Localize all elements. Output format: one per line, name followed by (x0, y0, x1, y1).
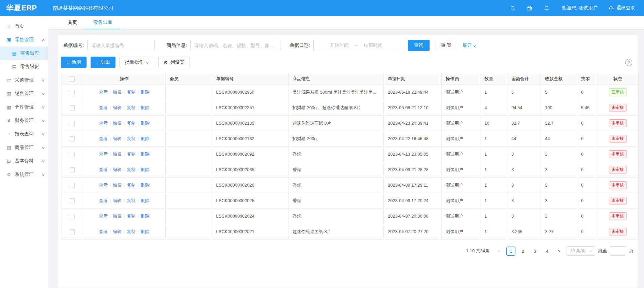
action-delete[interactable]: 删除 (141, 198, 149, 203)
page-button-3[interactable]: 3 (531, 247, 540, 256)
page-button-1[interactable]: 1 (506, 247, 515, 256)
action-view[interactable]: 查看 (99, 152, 108, 157)
column-settings-button[interactable]: ⚙ 列设置 (158, 57, 190, 68)
row-checkbox[interactable] (70, 167, 75, 172)
sidebar-item-system-mgmt[interactable]: ⚙系统管理∨ (0, 168, 48, 181)
jump-to-page-input[interactable] (610, 246, 626, 256)
cell-checkbox (61, 131, 83, 147)
action-view[interactable]: 查看 (99, 121, 108, 126)
cell-change: 0 (577, 162, 597, 178)
action-delete[interactable]: 删除 (141, 136, 149, 141)
action-view[interactable]: 查看 (99, 105, 108, 110)
action-edit[interactable]: 编辑 (113, 121, 122, 126)
row-checkbox[interactable] (70, 214, 75, 219)
action-delete[interactable]: 删除 (141, 229, 149, 234)
action-copy[interactable]: 复制 (127, 105, 136, 110)
search-icon[interactable] (509, 5, 516, 11)
action-edit[interactable]: 编辑 (113, 229, 122, 234)
action-edit[interactable]: 编辑 (113, 90, 122, 95)
bill-date-label: 单据日期: (290, 42, 310, 49)
row-checkbox[interactable] (70, 152, 75, 157)
cell-operator: 测试用户 (442, 224, 480, 239)
action-copy[interactable]: 复制 (127, 136, 136, 141)
bill-no-input[interactable] (87, 40, 155, 51)
action-view[interactable]: 查看 (99, 136, 108, 141)
action-copy[interactable]: 复制 (127, 198, 136, 203)
page-size-select[interactable]: 10 条/页 ∨ (567, 246, 595, 256)
reset-button[interactable]: 重 置 (436, 40, 457, 51)
row-checkbox[interactable] (70, 183, 75, 188)
action-copy[interactable]: 复制 (127, 152, 136, 157)
sidebar-item-report-query[interactable]: ◔报表查询∨ (0, 127, 48, 141)
row-checkbox[interactable] (70, 105, 75, 110)
logout-button[interactable]: 退出登录 (608, 5, 635, 11)
action-view[interactable]: 查看 (99, 229, 108, 234)
action-delete[interactable]: 删除 (141, 105, 149, 110)
next-page-button[interactable]: > (555, 247, 564, 255)
action-view[interactable]: 查看 (99, 183, 108, 188)
app-logo[interactable]: 华夏ERP (0, 3, 48, 13)
sidebar-item-purchase-mgmt[interactable]: ⇄采购管理∨ (0, 73, 48, 87)
column-header-operator: 操作员 (442, 73, 480, 85)
action-delete[interactable]: 删除 (141, 90, 149, 95)
action-edit[interactable]: 编辑 (113, 198, 122, 203)
sidebar-item-warehouse-mgmt[interactable]: ▦仓库管理∨ (0, 100, 48, 114)
action-copy[interactable]: 复制 (127, 229, 136, 234)
sidebar-item-basic-data[interactable]: ⊞基本资料∨ (0, 154, 48, 168)
action-view[interactable]: 查看 (99, 198, 108, 203)
cell-quantity: 1 (480, 162, 507, 178)
batch-actions-button[interactable]: 批量操作 ∨ (120, 57, 154, 68)
export-button[interactable]: ↓ 导出 (91, 57, 116, 68)
action-delete[interactable]: 删除 (141, 121, 149, 126)
select-all-checkbox[interactable] (70, 76, 75, 82)
action-copy[interactable]: 复制 (127, 90, 136, 95)
action-edit[interactable]: 编辑 (113, 136, 122, 141)
prev-page-button[interactable]: < (495, 247, 503, 255)
action-delete[interactable]: 删除 (141, 152, 149, 157)
page-button-4[interactable]: 4 (543, 247, 552, 256)
row-checkbox[interactable] (70, 90, 75, 95)
retail-icon: ▣ (6, 37, 12, 42)
sidebar-item-retail-return[interactable]: ▤零售退货 (0, 60, 48, 73)
expand-link[interactable]: 展开 ∨ (463, 42, 476, 49)
sidebar-item-retail-outbound[interactable]: ▤零售出库 (0, 46, 48, 60)
action-view[interactable]: 查看 (99, 90, 108, 95)
date-range-picker[interactable]: 开始时间 ~ 结束时间 (313, 40, 399, 51)
search-button[interactable]: 查询 (408, 40, 430, 51)
tab-home[interactable]: 首页 (60, 16, 85, 29)
action-copy[interactable]: 复制 (127, 167, 136, 172)
sidebar-item-goods-mgmt[interactable]: ▧商品管理∨ (0, 141, 48, 154)
sidebar-item-home[interactable]: ⌂首页 (0, 20, 48, 33)
action-edit[interactable]: 编辑 (113, 214, 122, 219)
sidebar-item-sales-mgmt[interactable]: ▥销售管理∨ (0, 87, 48, 100)
status-badge: 未审核 (609, 181, 627, 189)
tab-retail-outbound[interactable]: 零售出库 (85, 16, 120, 29)
action-view[interactable]: 查看 (99, 167, 108, 172)
platform-icon[interactable] (526, 5, 533, 11)
action-copy[interactable]: 复制 (127, 214, 136, 219)
sidebar-item-retail-mgmt[interactable]: ▣零售管理∧ (0, 33, 48, 46)
action-edit[interactable]: 编辑 (113, 183, 122, 188)
help-icon[interactable]: ? (625, 59, 632, 66)
action-delete[interactable]: 删除 (141, 214, 149, 219)
product-info-input[interactable] (190, 40, 280, 51)
row-checkbox[interactable] (70, 198, 75, 203)
sidebar-item-finance-mgmt[interactable]: ¥财务管理∨ (0, 114, 48, 127)
action-delete[interactable]: 删除 (141, 167, 149, 172)
action-delete[interactable]: 删除 (141, 183, 149, 188)
row-checkbox[interactable] (70, 121, 75, 126)
row-checkbox[interactable] (70, 136, 75, 141)
bell-icon[interactable] (543, 5, 550, 11)
add-button[interactable]: + 新增 (61, 57, 87, 68)
action-edit[interactable]: 编辑 (113, 167, 122, 172)
action-copy[interactable]: 复制 (127, 183, 136, 188)
action-separator: | (138, 198, 139, 203)
action-view[interactable]: 查看 (99, 214, 108, 219)
action-copy[interactable]: 复制 (127, 121, 136, 126)
column-header-received: 收款金额 (541, 73, 577, 85)
row-checkbox[interactable] (70, 229, 75, 234)
page-button-2[interactable]: 2 (518, 247, 528, 256)
action-edit[interactable]: 编辑 (113, 152, 122, 157)
sidebar-item-label: 零售退货 (20, 64, 39, 70)
action-edit[interactable]: 编辑 (113, 105, 122, 110)
